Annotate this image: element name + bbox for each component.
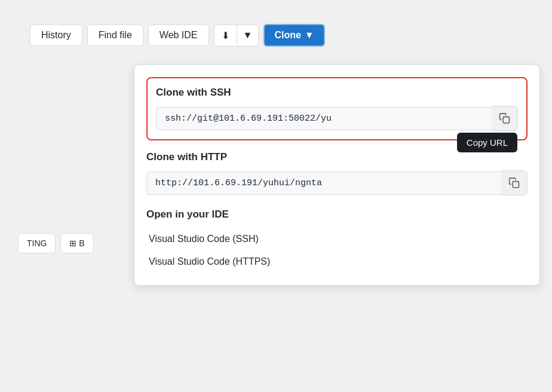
http-section: Clone with HTTP (146, 151, 528, 195)
clipboard-icon (499, 112, 510, 124)
svg-rect-0 (503, 117, 509, 123)
partial-btn-ting[interactable]: TING (18, 233, 56, 253)
copy-url-tooltip: Copy URL (457, 133, 517, 152)
http-url-row (146, 170, 528, 195)
web-ide-button[interactable]: Web IDE (148, 24, 209, 46)
download-arrow-icon: ▼ (237, 25, 259, 45)
ssh-url-row: Copy URL (156, 106, 518, 131)
download-split-button[interactable]: ⬇ ▼ (214, 24, 259, 47)
ssh-copy-button[interactable]: Copy URL (492, 106, 518, 131)
find-file-button[interactable]: Find file (87, 24, 143, 46)
ide-section: Open in your IDE Visual Studio Code (SSH… (146, 209, 528, 273)
clone-arrow-icon: ▼ (305, 30, 314, 41)
http-section-title: Clone with HTTP (146, 151, 528, 163)
toolbar: History Find file Web IDE ⬇ ▼ Clone ▼ (18, 24, 534, 47)
download-icon: ⬇ (214, 25, 237, 46)
ssh-section-title: Clone with SSH (156, 87, 518, 99)
clone-button[interactable]: Clone ▼ (263, 24, 324, 47)
http-copy-button[interactable] (501, 170, 528, 195)
partial-btn-b[interactable]: ⊞ B (60, 233, 93, 253)
ssh-url-input[interactable] (156, 107, 492, 130)
svg-rect-1 (513, 182, 519, 188)
left-partial-buttons: TING ⊞ B (18, 233, 94, 253)
clone-dropdown-panel: Clone with SSH Copy URL Clone with HTT (134, 65, 540, 286)
clone-dropdown: Clone with SSH Copy URL Clone with HTT (134, 65, 540, 286)
ide-section-title: Open in your IDE (146, 209, 528, 220)
http-url-input[interactable] (146, 172, 501, 195)
ide-link-ssh[interactable]: Visual Studio Code (SSH) (146, 228, 528, 250)
ssh-section: Clone with SSH Copy URL (146, 77, 528, 140)
ide-link-https[interactable]: Visual Studio Code (HTTPS) (146, 250, 528, 273)
clone-label: Clone (274, 30, 300, 41)
clipboard-icon-http (508, 177, 520, 189)
history-button[interactable]: History (30, 24, 82, 46)
